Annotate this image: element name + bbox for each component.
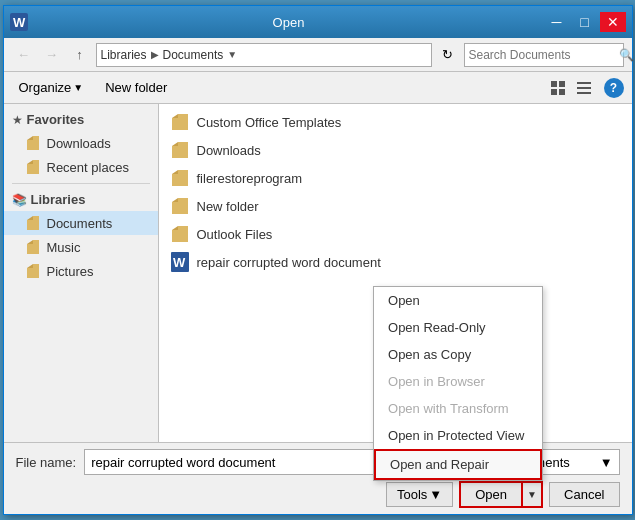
new-folder-button[interactable]: New folder [98,77,174,98]
forward-button[interactable]: → [40,43,64,67]
search-icon: 🔍 [619,48,634,62]
libraries-section[interactable]: 📚 Libraries [4,188,158,211]
folder-icon-new-folder [169,195,191,217]
maximize-button[interactable]: □ [572,12,598,32]
svg-rect-5 [559,89,565,95]
breadcrumb-libraries: Libraries [101,48,147,62]
dropdown-item-open-transform: Open with Transform [374,395,542,422]
sidebar-item-downloads[interactable]: Downloads [4,131,158,155]
svg-marker-12 [27,160,33,164]
svg-marker-25 [172,198,188,214]
file-item-downloads[interactable]: Downloads [163,136,628,164]
minimize-button[interactable]: ─ [544,12,570,32]
svg-marker-10 [27,136,33,140]
sidebar-item-music[interactable]: Music [4,235,158,259]
favorites-section[interactable]: ★ Favorites [4,108,158,131]
svg-marker-27 [172,226,188,242]
window-controls: ─ □ ✕ [544,12,626,32]
svg-text:W: W [173,255,186,270]
sidebar-item-recent-places[interactable]: Recent places [4,155,158,179]
search-input[interactable] [469,48,619,62]
refresh-button[interactable]: ↻ [436,43,460,67]
library-section-icon: 📚 [12,193,27,207]
breadcrumb[interactable]: Libraries ▶ Documents ▼ [96,43,432,67]
dropdown-item-open-copy[interactable]: Open as Copy [374,341,542,368]
file-item-custom-office[interactable]: Custom Office Templates [163,108,628,136]
music-icon [24,238,42,256]
word-file-icon: W [169,251,191,273]
downloads-icon [24,134,42,152]
file-name-new-folder: New folder [197,199,259,214]
dropdown-item-open[interactable]: Open [374,287,542,314]
documents-label: Documents [47,216,113,231]
cancel-button[interactable]: Cancel [549,482,619,507]
svg-marker-19 [172,114,188,130]
dropdown-item-open-repair[interactable]: Open and Repair [374,449,542,480]
svg-marker-22 [172,142,178,146]
organize-button[interactable]: Organize ▼ [12,77,91,98]
dropdown-item-open-readonly[interactable]: Open Read-Only [374,314,542,341]
pictures-icon [24,262,42,280]
recent-places-icon [24,158,42,176]
organize-dropdown-arrow: ▼ [73,82,83,93]
svg-marker-26 [172,198,178,202]
sidebar: ★ Favorites Downloads [4,104,159,442]
svg-marker-24 [172,170,178,174]
bottom-bar: File name: All Word Documents ▼ Tools ▼ … [4,442,632,514]
folder-icon-downloads [169,139,191,161]
title-bar: W Open ─ □ ✕ [4,6,632,38]
svg-text:W: W [13,15,26,30]
recent-places-label: Recent places [47,160,129,175]
svg-marker-28 [172,226,178,230]
libraries-label: Libraries [31,192,86,207]
tools-dropdown-arrow: ▼ [429,487,442,502]
back-button[interactable]: ← [12,43,36,67]
breadcrumb-documents: Documents [163,48,224,62]
close-button[interactable]: ✕ [600,12,626,32]
pictures-label: Pictures [47,264,94,279]
file-item-filerestoreprogram[interactable]: filerestoreprogram [163,164,628,192]
search-box: 🔍 [464,43,624,67]
star-icon: ★ [12,113,23,127]
folder-icon-custom-office [169,111,191,133]
breadcrumb-dropdown-arrow: ▼ [227,49,237,60]
window-title: Open [34,15,544,30]
svg-marker-21 [172,142,188,158]
open-dropdown-menu: Open Open Read-Only Open as Copy Open in… [373,286,543,481]
file-item-new-folder[interactable]: New folder [163,192,628,220]
music-label: Music [47,240,81,255]
downloads-label: Downloads [47,136,111,151]
open-dropdown-arrow: ▼ [527,489,537,500]
sidebar-divider-1 [12,183,150,184]
open-dropdown-button[interactable]: ▼ [521,481,543,508]
up-button[interactable]: ↑ [68,43,92,67]
sidebar-item-pictures[interactable]: Pictures [4,259,158,283]
file-item-outlook-files[interactable]: Outlook Files [163,220,628,248]
documents-icon [24,214,42,232]
svg-rect-4 [551,89,557,95]
svg-rect-3 [559,81,565,87]
svg-marker-23 [172,170,188,186]
sidebar-item-documents[interactable]: Documents [4,211,158,235]
open-button-group: Open ▼ Open Open Read-Only Open as Copy … [459,481,543,508]
file-item-repair-doc[interactable]: W repair corrupted word document [163,248,628,276]
help-button[interactable]: ? [604,78,624,98]
open-button[interactable]: Open [459,481,521,508]
grid-view-button[interactable] [546,76,570,100]
svg-marker-16 [27,240,33,244]
organize-toolbar: Organize ▼ New folder ? [4,72,632,104]
svg-marker-18 [27,264,33,268]
buttons-row: Tools ▼ Open ▼ Open Open Read-Only Open … [16,481,620,508]
svg-rect-7 [577,87,591,89]
navigation-toolbar: ← → ↑ Libraries ▶ Documents ▼ ↻ 🔍 [4,38,632,72]
svg-marker-14 [27,216,33,220]
filename-label: File name: [16,455,77,470]
file-name-outlook-files: Outlook Files [197,227,273,242]
dropdown-item-open-protected[interactable]: Open in Protected View [374,422,542,449]
dropdown-item-open-browser: Open in Browser [374,368,542,395]
open-dialog: W Open ─ □ ✕ ← → ↑ Libraries ▶ Documents… [3,5,633,515]
tools-label: Tools [397,487,427,502]
tools-button[interactable]: Tools ▼ [386,482,453,507]
breadcrumb-separator: ▶ [151,49,159,60]
list-view-button[interactable] [572,76,596,100]
